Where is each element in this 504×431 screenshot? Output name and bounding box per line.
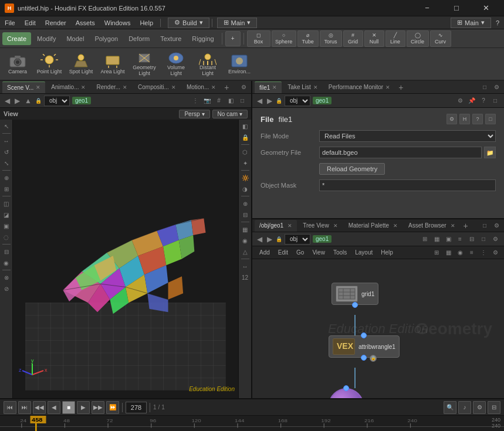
ng-menu-tools[interactable]: Tools bbox=[330, 247, 350, 259]
tab-take-list[interactable]: Take List ✕ bbox=[283, 82, 322, 93]
tl-audio-btn[interactable]: ♪ bbox=[458, 401, 471, 414]
scene-camera-icon[interactable]: 📷 bbox=[202, 96, 212, 106]
right-forward[interactable]: ▶ bbox=[266, 97, 273, 105]
ng-menu-add[interactable]: Add bbox=[256, 247, 273, 259]
tube-tool[interactable]: ⌀Tube bbox=[297, 30, 319, 47]
forward-button[interactable]: ▶ bbox=[13, 97, 21, 105]
ng-expand2[interactable]: □ bbox=[478, 234, 489, 245]
grid-tool[interactable]: #Grid bbox=[343, 30, 363, 47]
menu-assets[interactable]: Assets bbox=[71, 16, 100, 29]
tab-model[interactable]: Model bbox=[62, 32, 89, 45]
ng-layout-btn5[interactable]: ⊟ bbox=[466, 234, 477, 245]
scene-view-options[interactable]: ⋮ bbox=[190, 96, 201, 106]
close-button[interactable]: ✕ bbox=[472, 0, 499, 16]
file-mode-select[interactable]: Read Files bbox=[319, 130, 496, 142]
tab-deform[interactable]: Deform bbox=[124, 32, 154, 45]
tab-file1[interactable]: file1 ✕ bbox=[255, 82, 282, 93]
ng-layout-btn2[interactable]: ▦ bbox=[431, 234, 442, 245]
vrt-btn6[interactable]: ◑ bbox=[240, 184, 251, 194]
viewport-btn8[interactable]: ⊘ bbox=[1, 283, 12, 294]
help-icon[interactable]: ? bbox=[491, 16, 504, 29]
right-panel-expand[interactable]: □ bbox=[479, 82, 490, 93]
box-tool[interactable]: ◻Box bbox=[247, 30, 270, 47]
ng-menu-view[interactable]: View bbox=[309, 247, 329, 259]
ng-tb-icon1[interactable]: ⊞ bbox=[431, 247, 442, 258]
vrt-btn2[interactable]: 🔒 bbox=[240, 132, 251, 142]
circle-tool[interactable]: ◯Circle bbox=[407, 30, 429, 47]
scene-panel-expand[interactable]: □ bbox=[237, 96, 248, 106]
volume-light-tool[interactable]: Volume Light bbox=[161, 50, 191, 78]
tab-modify[interactable]: Modify bbox=[32, 32, 60, 45]
ng-tab-close3[interactable]: ✕ bbox=[393, 223, 398, 229]
up-button[interactable]: ▲ bbox=[23, 97, 33, 105]
tab-rigging[interactable]: Rigging bbox=[187, 32, 218, 45]
vrt-btn8[interactable]: ⊟ bbox=[240, 209, 251, 220]
node-grid1-out[interactable] bbox=[352, 302, 358, 308]
scene-display-options[interactable]: ◧ bbox=[225, 96, 236, 106]
browse-file-button[interactable]: 📁 bbox=[484, 147, 496, 158]
scene-geo-badge[interactable]: geo1 bbox=[72, 97, 91, 104]
ng-menu-help[interactable]: Help bbox=[377, 247, 397, 259]
area-light-tool[interactable]: Area Light bbox=[97, 50, 128, 78]
main-desktop-button[interactable]: ⊞ Main ▾ bbox=[217, 18, 258, 28]
add-right-tab[interactable]: + bbox=[396, 83, 405, 92]
viewport-btn5[interactable]: ⊟ bbox=[1, 246, 12, 257]
ng-tb-icon3[interactable]: ◉ bbox=[455, 247, 465, 258]
ng-layout-btn1[interactable]: ⊞ bbox=[420, 234, 430, 245]
ng-menu-go[interactable]: Go bbox=[293, 247, 307, 259]
back-button[interactable]: ◀ bbox=[4, 97, 11, 105]
rotate-tool[interactable]: ↺ bbox=[1, 147, 12, 157]
right-back[interactable]: ◀ bbox=[256, 97, 263, 105]
sphere-tool[interactable]: ○Sphere bbox=[272, 30, 296, 47]
right-path-select[interactable]: obj bbox=[285, 96, 310, 106]
node-aw1-in[interactable] bbox=[361, 332, 367, 338]
geometry-light-tool[interactable]: Geometry Light bbox=[129, 50, 160, 78]
right-panel-settings[interactable]: ⚙ bbox=[455, 96, 465, 106]
ng-layout-btn4[interactable]: ≡ bbox=[455, 234, 465, 245]
ng-back[interactable]: ◀ bbox=[256, 235, 263, 243]
node-grid1[interactable]: grid1 bbox=[332, 283, 378, 305]
frame-input[interactable] bbox=[126, 402, 147, 413]
vrt-btn11[interactable]: △ bbox=[240, 246, 251, 257]
ng-tb-icon4[interactable]: ≡ bbox=[466, 247, 477, 258]
viewport-btn6[interactable]: ◉ bbox=[1, 257, 12, 268]
tab-compositing[interactable]: Compositi... ✕ bbox=[133, 82, 181, 93]
tab-create[interactable]: Create bbox=[2, 32, 31, 45]
tab-asset-browser[interactable]: Asset Browser ✕ bbox=[404, 220, 459, 232]
tab-polygon[interactable]: Polygon bbox=[90, 32, 123, 45]
tl-stop-button[interactable]: ■ bbox=[62, 401, 75, 414]
tab-texture[interactable]: Texture bbox=[155, 32, 186, 45]
add-tool-button[interactable]: + bbox=[225, 31, 241, 46]
menu-windows[interactable]: Windows bbox=[100, 16, 136, 29]
tab-render[interactable]: Render... ✕ bbox=[92, 82, 132, 93]
pivot-tool[interactable]: ⊕ bbox=[1, 172, 12, 183]
right-geo-badge[interactable]: geo1 bbox=[313, 97, 332, 104]
tab-perf-close[interactable]: ✕ bbox=[385, 84, 390, 90]
vrt-btn1[interactable]: ◧ bbox=[240, 121, 251, 131]
ng-geo-badge[interactable]: geo1 bbox=[313, 235, 332, 243]
camera-tool[interactable]: Camera bbox=[2, 50, 33, 78]
main-view-btn[interactable]: ⊞ Main ▾ bbox=[448, 18, 491, 28]
vrt-btn10[interactable]: ◉ bbox=[240, 235, 251, 246]
tab-animation-close[interactable]: ✕ bbox=[81, 84, 86, 90]
add-panel-tab[interactable]: + bbox=[222, 83, 231, 92]
build-button[interactable]: ⚙ Build ▾ bbox=[168, 18, 209, 28]
add-ng-tab[interactable]: + bbox=[461, 221, 471, 230]
tab-file1-close[interactable]: ✕ bbox=[272, 84, 277, 90]
file-node-collapse[interactable]: □ bbox=[485, 114, 496, 124]
right-panel-expand2[interactable]: □ bbox=[490, 96, 500, 106]
ng-gear-btn[interactable]: ⚙ bbox=[491, 220, 502, 231]
tab-tree-view[interactable]: Tree View ✕ bbox=[298, 220, 342, 232]
node-attribwrangle1[interactable]: VEX attribwrangle1 🔒 bbox=[329, 335, 400, 358]
tl-zoom-btn[interactable]: 🔍 bbox=[444, 401, 456, 414]
transform-tool[interactable]: ↔ bbox=[1, 135, 12, 146]
node-attribwrangle2[interactable]: VEX 🔒 attribwrangle2 bbox=[329, 388, 364, 398]
tl-settings-btn[interactable]: ⚙ bbox=[473, 401, 486, 414]
minimize-button[interactable]: − bbox=[414, 0, 441, 16]
ng-tb-icon6[interactable]: ⚙ bbox=[490, 247, 500, 258]
ng-tb-icon2[interactable]: ▦ bbox=[443, 247, 454, 258]
menu-edit[interactable]: Edit bbox=[20, 16, 40, 29]
ng-tb-icon5[interactable]: ⋮ bbox=[478, 247, 489, 258]
right-panel-pin[interactable]: 📌 bbox=[466, 96, 477, 106]
ng-tab-close2[interactable]: ✕ bbox=[333, 223, 338, 229]
